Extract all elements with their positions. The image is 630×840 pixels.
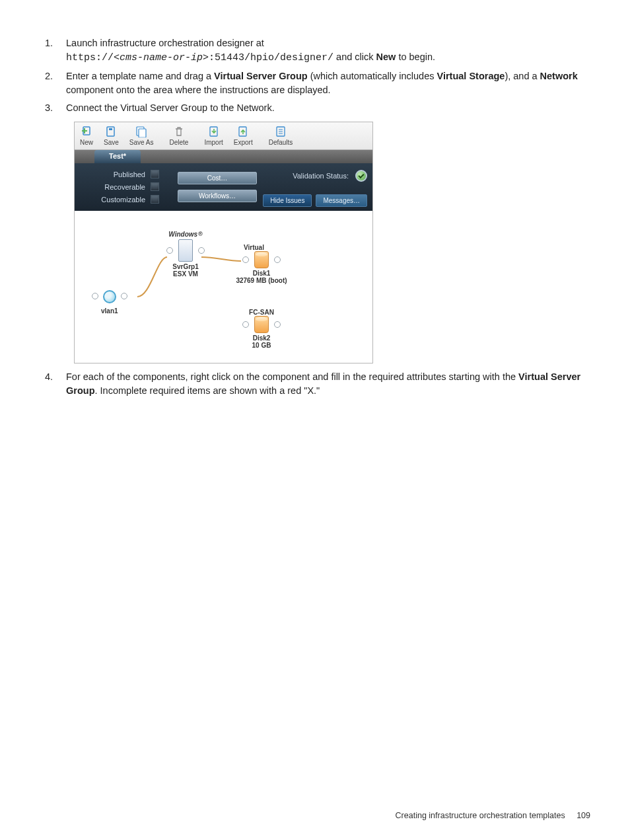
export-icon	[237, 126, 249, 137]
checkbox-icon[interactable]	[151, 182, 159, 191]
recoverable-flag[interactable]: Recoverable	[80, 182, 159, 192]
step-list: 1. Launch infrastructure orchestration d…	[40, 36, 590, 115]
step-3: 3. Connect the Virtual Server Group to t…	[66, 101, 590, 115]
step-marker: 4.	[45, 370, 53, 384]
published-flag[interactable]: Published	[80, 169, 159, 180]
disk2-node[interactable]: FC-SAN Disk2 10 GB	[232, 309, 291, 349]
page-number: 109	[577, 811, 590, 820]
step-1-text-b: and click	[333, 52, 376, 62]
saveas-button[interactable]: Save As	[124, 122, 159, 149]
tab-test[interactable]: Test*	[94, 150, 141, 163]
new-button[interactable]: New	[75, 122, 98, 149]
server-icon	[178, 239, 193, 262]
svg-rect-2	[109, 128, 112, 130]
validation-status: Validation Status:	[293, 170, 367, 182]
port-icon[interactable]	[242, 321, 249, 328]
design-canvas[interactable]: vlan1 Windows ® SvrGrp1 ESX VM Virtual	[75, 211, 372, 363]
export-button[interactable]: Export	[228, 122, 258, 149]
step-1-text-c: to begin.	[396, 52, 435, 62]
port-icon[interactable]	[92, 293, 98, 299]
trash-icon	[173, 126, 185, 137]
save-button[interactable]: Save	[98, 122, 124, 149]
network-node[interactable]: vlan1	[101, 290, 118, 315]
step-4: 4. For each of the components, right cli…	[66, 370, 590, 398]
new-keyword: New	[376, 52, 396, 62]
registered-icon: ®	[198, 231, 203, 237]
disk1-node[interactable]: Virtual Disk1 32769 MB (boot)	[232, 244, 291, 284]
tab-strip: Test*	[75, 150, 372, 163]
toolbar: New Save Save As Delete Import Export De…	[75, 122, 372, 150]
delete-button[interactable]: Delete	[164, 122, 194, 149]
server-group-node[interactable]: Windows ® SvrGrp1 ESX VM	[166, 231, 205, 278]
port-icon[interactable]	[274, 256, 281, 263]
new-icon	[81, 126, 92, 137]
checkbox-icon[interactable]	[151, 170, 159, 178]
page-footer: Creating infrastructure orchestration te…	[396, 811, 590, 820]
right-side: Validation Status: Hide Issues Messages…	[242, 167, 367, 207]
customizable-flag[interactable]: Customizable	[80, 194, 159, 205]
saveas-icon	[135, 126, 147, 137]
defaults-button[interactable]: Defaults	[263, 122, 298, 149]
svg-rect-4	[139, 129, 146, 137]
port-icon[interactable]	[166, 247, 173, 254]
defaults-icon	[275, 126, 287, 137]
step-marker: 2.	[45, 69, 53, 83]
disk-icon	[254, 316, 269, 333]
save-icon	[105, 126, 117, 137]
footer-text: Creating infrastructure orchestration te…	[396, 811, 565, 820]
step-list-lower: 4. For each of the components, right cli…	[40, 370, 590, 398]
step-1-text-a: Launch infrastructure orchestration desi…	[66, 38, 264, 48]
import-button[interactable]: Import	[199, 122, 228, 149]
port-icon[interactable]	[121, 293, 127, 299]
port-icon[interactable]	[242, 256, 249, 263]
property-bar: Published Recoverable Customizable Cost……	[75, 163, 372, 211]
step-1: 1. Launch infrastructure orchestration d…	[66, 36, 590, 65]
network-icon	[103, 290, 116, 303]
disk-icon	[254, 251, 269, 268]
hide-issues-button[interactable]: Hide Issues	[263, 194, 312, 207]
import-icon	[208, 126, 220, 137]
port-icon[interactable]	[274, 321, 281, 328]
connector-lines	[75, 211, 372, 363]
ok-icon	[355, 170, 367, 182]
port-icon[interactable]	[198, 247, 205, 254]
step-2: 2. Enter a template name and drag a Virt…	[66, 69, 590, 97]
template-flags: Published Recoverable Customizable	[80, 167, 159, 207]
messages-button[interactable]: Messages…	[316, 194, 367, 207]
checkbox-icon[interactable]	[151, 195, 159, 204]
step-marker: 3.	[45, 101, 53, 115]
url-code: https://<cms-name-or-ip>:51443/hpio/desi…	[66, 52, 333, 63]
designer-screenshot: New Save Save As Delete Import Export De…	[74, 122, 373, 363]
step-marker: 1.	[45, 36, 53, 50]
